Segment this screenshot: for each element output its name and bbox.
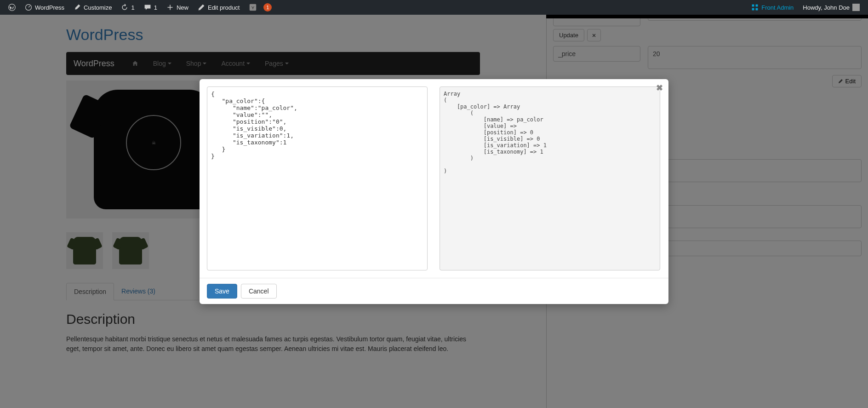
modal-overlay: ✖ Save Cancel bbox=[0, 15, 868, 408]
svg-rect-6 bbox=[752, 8, 754, 11]
svg-rect-7 bbox=[756, 8, 758, 11]
plus-icon bbox=[166, 4, 174, 11]
svg-rect-4 bbox=[752, 5, 754, 7]
edit-product-link[interactable]: Edit product bbox=[193, 0, 244, 15]
wordpress-icon bbox=[8, 4, 16, 11]
svg-point-0 bbox=[9, 4, 15, 11]
pencil-icon bbox=[198, 4, 205, 11]
site-name-link[interactable]: WordPress bbox=[20, 0, 69, 15]
site-name-label: WordPress bbox=[35, 4, 64, 11]
grid-icon bbox=[751, 4, 759, 11]
cancel-button[interactable]: Cancel bbox=[241, 284, 277, 299]
customize-label: Customize bbox=[84, 4, 112, 11]
seo-icon: Y bbox=[249, 3, 257, 11]
save-button[interactable]: Save bbox=[207, 284, 237, 299]
avatar bbox=[852, 4, 860, 11]
edit-product-label: Edit product bbox=[208, 4, 240, 11]
comments-link[interactable]: 1 bbox=[139, 0, 162, 15]
modal-close-button[interactable]: ✖ bbox=[656, 83, 663, 93]
new-label: New bbox=[177, 4, 188, 11]
svg-rect-5 bbox=[756, 5, 758, 7]
account-link[interactable]: Howdy, John Doe bbox=[798, 0, 864, 15]
notification-count: 1 bbox=[263, 3, 272, 11]
front-admin-link[interactable]: Front Admin bbox=[747, 0, 798, 15]
wp-logo[interactable] bbox=[4, 0, 20, 15]
svg-text:Y: Y bbox=[251, 5, 255, 10]
dashboard-icon bbox=[25, 4, 32, 11]
update-icon bbox=[121, 4, 128, 11]
front-admin-label: Front Admin bbox=[761, 4, 794, 11]
brush-icon bbox=[74, 4, 81, 11]
edit-modal: ✖ Save Cancel bbox=[200, 79, 668, 304]
updates-count: 1 bbox=[131, 4, 134, 11]
howdy-label: Howdy, John Doe bbox=[803, 4, 850, 11]
notification-badge[interactable]: 1 bbox=[262, 0, 274, 15]
updates-link[interactable]: 1 bbox=[116, 0, 139, 15]
array-preview-textarea bbox=[440, 86, 660, 270]
json-editor-textarea[interactable] bbox=[207, 86, 428, 270]
modal-footer: Save Cancel bbox=[200, 278, 668, 304]
wp-admin-bar: WordPress Customize 1 1 New Edit product… bbox=[0, 0, 868, 15]
comment-icon bbox=[144, 4, 151, 11]
new-link[interactable]: New bbox=[162, 0, 193, 15]
customize-link[interactable]: Customize bbox=[69, 0, 116, 15]
comments-count: 1 bbox=[154, 4, 157, 11]
seo-item[interactable]: Y bbox=[244, 0, 262, 15]
